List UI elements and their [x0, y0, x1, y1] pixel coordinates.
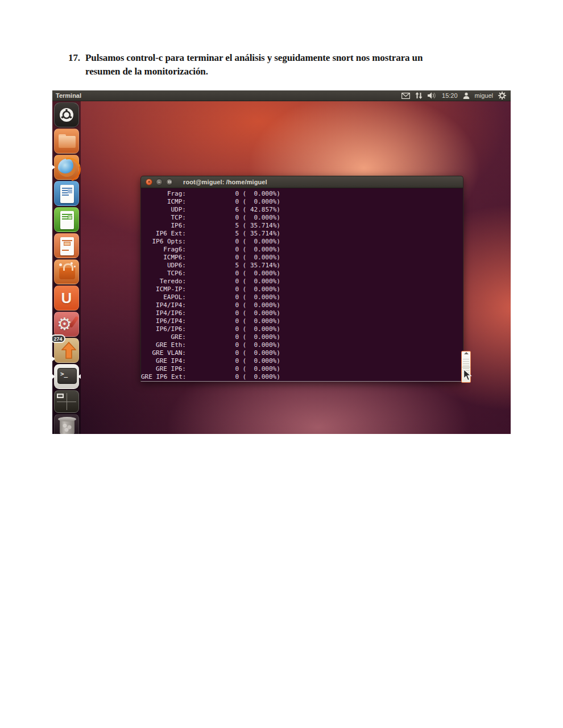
terminal-window: × – root@miguel: /home/miguel Frag:0 (0.… [140, 176, 463, 382]
update-count-badge: 274 [52, 334, 65, 343]
active-app-title: Terminal [56, 92, 81, 99]
terminal-line: GRE:0 (0.000%) [141, 333, 463, 341]
unity-launcher: U ⚙ 274 >_ [52, 101, 81, 434]
launcher-item-writer[interactable] [54, 181, 79, 206]
scroll-up-arrow-icon[interactable] [464, 352, 469, 354]
terminal-line: Frag:0 (0.000%) [141, 190, 463, 198]
launcher-item-firefox[interactable] [54, 155, 79, 180]
launcher-item-impress[interactable] [54, 233, 79, 258]
terminal-line: IP4/IP4:0 (0.000%) [141, 301, 463, 309]
workspace-switcher-icon [54, 390, 79, 413]
running-indicator-arrow [52, 165, 55, 169]
terminal-line: IP6:5 (35.714%) [141, 222, 463, 230]
launcher-item-software-center[interactable] [54, 259, 79, 284]
terminal-line: IP6 Ext:5 (35.714%) [141, 230, 463, 238]
step-text-line1: Pulsamos control-c para terminar el anál… [85, 51, 423, 65]
terminal-line: UDP:6 (42.857%) [141, 206, 463, 214]
mail-icon[interactable] [401, 93, 410, 99]
terminal-line: GRE Eth:0 (0.000%) [141, 341, 463, 349]
step-text-line2: resumen de la monitorización. [85, 65, 423, 78]
clock[interactable]: 15:20 [442, 92, 458, 99]
terminal-line: IP4/IP6:0 (0.000%) [141, 309, 463, 317]
terminal-line: GRE IP6:0 (0.000%) [141, 365, 463, 373]
libreoffice-writer-icon [54, 181, 79, 206]
terminal-line: IP6/IP6:0 (0.000%) [141, 325, 463, 333]
launcher-item-ubuntu-one[interactable]: U [54, 286, 79, 311]
step-heading: 17. Pulsamos control-c para terminar el … [68, 51, 489, 78]
terminal-line: UDP6:5 (35.714%) [141, 262, 463, 270]
close-button[interactable]: × [146, 179, 152, 185]
libreoffice-calc-icon [54, 207, 79, 232]
terminal-titlebar[interactable]: × – root@miguel: /home/miguel [140, 176, 463, 188]
focused-indicator-arrow [78, 374, 81, 379]
libreoffice-impress-icon [54, 233, 79, 258]
launcher-item-calc[interactable] [54, 207, 79, 232]
launcher-item-terminal[interactable]: >_ [54, 364, 79, 389]
terminal-line: IP6/IP4:0 (0.000%) [141, 317, 463, 325]
terminal-icon: >_ [54, 364, 79, 389]
launcher-item-update-manager[interactable]: 274 [54, 338, 79, 363]
terminal-line: TCP6:0 (0.000%) [141, 270, 463, 278]
ubuntu-one-icon: U [54, 286, 79, 311]
running-indicator-arrow [52, 374, 55, 379]
ubuntu-desktop-screenshot: Terminal 15:20 miguel [52, 90, 511, 434]
terminal-line: ICMP-IP:0 (0.000%) [141, 286, 463, 293]
running-indicator-arrow [52, 357, 55, 361]
launcher-item-files[interactable] [54, 129, 79, 154]
network-arrows-icon[interactable] [415, 92, 423, 99]
mouse-cursor [463, 369, 473, 384]
session-gear-icon[interactable] [498, 92, 506, 100]
launcher-item-workspaces[interactable] [54, 390, 79, 413]
terminal-line: Teredo:0 (0.000%) [141, 278, 463, 286]
volume-icon[interactable] [428, 92, 437, 99]
terminal-line: IP6 Opts:0 (0.000%) [141, 238, 463, 246]
top-panel: Terminal 15:20 miguel [52, 90, 511, 101]
terminal-line: Frag6:0 (0.000%) [141, 246, 463, 254]
username-label[interactable]: miguel [475, 92, 493, 99]
firefox-icon [54, 155, 79, 180]
system-settings-icon: ⚙ [54, 312, 79, 337]
launcher-item-system-settings[interactable]: ⚙ [54, 312, 79, 337]
terminal-output[interactable]: Frag:0 (0.000%)ICMP:0 (0.000%)UDP:6 (42.… [140, 188, 463, 382]
step-number: 17. [68, 51, 85, 78]
launcher-item-trash[interactable] [54, 414, 79, 434]
dash-home-icon [54, 102, 79, 127]
terminal-line: TCP:0 (0.000%) [141, 214, 463, 222]
terminal-line: ICMP6:0 (0.000%) [141, 254, 463, 262]
home-folder-icon [54, 129, 79, 154]
user-icon [463, 92, 470, 99]
minimize-button[interactable]: – [156, 179, 163, 185]
terminal-line: ICMP:0 (0.000%) [141, 198, 463, 206]
maximize-button[interactable] [166, 179, 173, 185]
terminal-line: GRE VLAN:0 (0.000%) [141, 349, 463, 357]
trash-icon [54, 414, 79, 434]
window-title: root@miguel: /home/miguel [183, 179, 267, 185]
terminal-line: GRE IP6 Ext:0 (0.000%) [141, 373, 463, 381]
terminal-line: GRE IP4:0 (0.000%) [141, 357, 463, 365]
software-center-icon [54, 259, 79, 284]
launcher-item-dash[interactable] [54, 102, 79, 127]
terminal-line: EAPOL:0 (0.000%) [141, 293, 463, 301]
